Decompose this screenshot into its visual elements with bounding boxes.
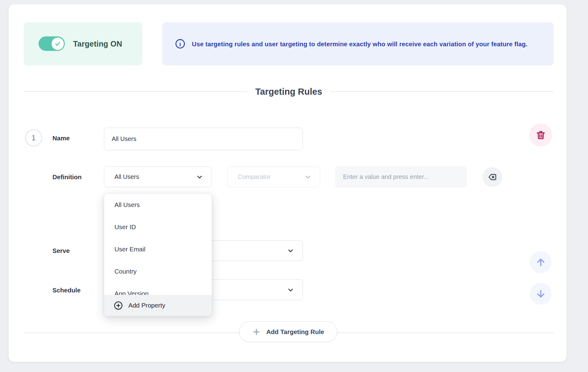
property-dropdown-menu: All Users User ID User Email Country App… [104,193,212,316]
targeting-toggle-card: Targeting ON [24,22,142,65]
check-icon [54,40,61,47]
serve-label: Serve [52,246,70,255]
trash-icon [536,130,546,140]
chevron-down-icon [287,247,295,255]
divider-line [330,91,554,92]
targeting-panel: Targeting ON Use targeting rules and use… [9,4,566,362]
arrow-up-icon [535,257,546,268]
add-property-button[interactable]: Add Property [104,295,212,316]
move-rule-down-button[interactable] [530,283,552,305]
add-targeting-rule-label: Add Targeting Rule [266,328,324,336]
schedule-label: Schedule [52,286,81,295]
plus-icon [252,328,261,336]
clear-value-button[interactable] [482,167,502,187]
info-banner-text: Use targeting rules and user targeting t… [192,39,528,49]
name-label: Name [52,134,70,143]
dropdown-item-all-users[interactable]: All Users [104,194,212,216]
dropdown-item-user-email[interactable]: User Email [104,238,212,260]
rule-name-input[interactable] [104,128,303,150]
add-targeting-rule-button[interactable]: Add Targeting Rule [239,321,337,342]
targeting-toggle[interactable] [39,36,65,51]
add-property-label: Add Property [128,302,165,309]
definition-value-input[interactable] [335,167,466,187]
dropdown-item-country[interactable]: Country [104,260,212,283]
section-heading: Targeting Rules [24,83,554,100]
arrow-down-icon [535,288,546,300]
divider-line [24,91,247,92]
toggle-knob [52,38,64,50]
property-select-value: All Users [114,173,139,180]
rule-index-badge: 1 [25,129,42,147]
delete-rule-button[interactable] [529,123,552,147]
chevron-down-icon [196,173,204,181]
comparator-select[interactable]: Comparator [227,167,320,187]
info-banner: Use targeting rules and user targeting t… [162,22,554,65]
chevron-down-icon [304,173,312,181]
backspace-icon [487,172,497,182]
section-title: Targeting Rules [255,87,322,97]
definition-label: Definition [52,172,82,182]
definition-property-select[interactable]: All Users [104,167,212,187]
chevron-down-icon [287,286,295,294]
comparator-select-placeholder: Comparator [238,173,271,180]
targeting-toggle-label: Targeting ON [73,22,122,65]
dropdown-item-user-id[interactable]: User ID [104,216,212,238]
move-rule-up-button[interactable] [530,251,552,273]
info-icon [175,38,186,49]
plus-circle-icon [114,301,123,310]
